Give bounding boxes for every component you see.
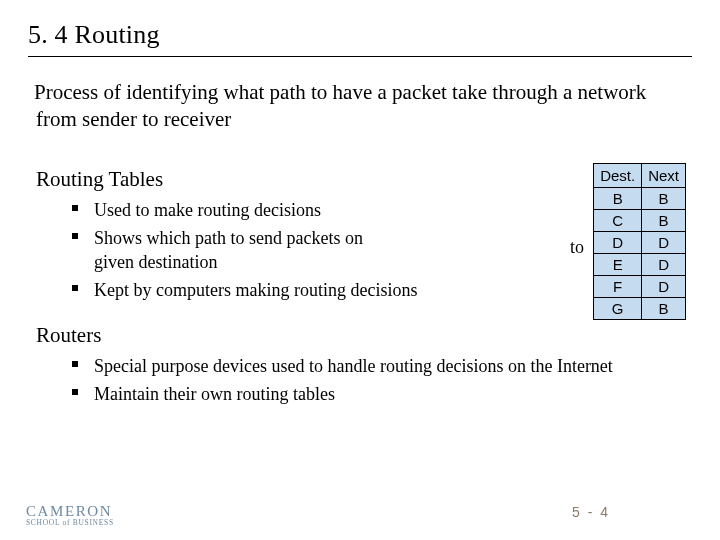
routing-table-wrap: Dest. Next BB CB DD ED FD GB	[593, 163, 686, 320]
logo: CAMERON SCHOOL of BUSINESS	[26, 504, 114, 527]
routing-tables-bullets: Used to make routing decisions Shows whi…	[28, 198, 587, 303]
cell-next: D	[642, 275, 686, 297]
bullet-text: Shows which path to send packets on	[94, 228, 363, 248]
cell-dest: C	[594, 209, 642, 231]
cell-next: B	[642, 297, 686, 319]
table-row: DD	[594, 231, 686, 253]
table-row: FD	[594, 275, 686, 297]
left-column: Routing Tables Used to make routing deci…	[28, 167, 587, 321]
cell-next: D	[642, 253, 686, 275]
list-item: Shows which path to send packets ongiven…	[94, 226, 587, 276]
cell-dest: E	[594, 253, 642, 275]
bullet-text: Used to make routing decisions	[94, 200, 321, 220]
table-row: BB	[594, 187, 686, 209]
list-item: Kept by computers making routing decisio…	[94, 278, 587, 303]
cell-next: D	[642, 231, 686, 253]
logo-line2: SCHOOL of BUSINESS	[26, 519, 114, 527]
cell-next: B	[642, 187, 686, 209]
cell-dest: G	[594, 297, 642, 319]
table-header-row: Dest. Next	[594, 163, 686, 187]
table-row: CB	[594, 209, 686, 231]
slide-title: 5. 4 Routing	[28, 20, 692, 50]
bullet-icon	[72, 205, 78, 211]
intro-paragraph: Process of identifying what path to have…	[28, 79, 692, 133]
bullet-icon	[72, 361, 78, 367]
cell-next: B	[642, 209, 686, 231]
table-row: GB	[594, 297, 686, 319]
bullet-text: Maintain their own routing tables	[94, 384, 335, 404]
table-row: ED	[594, 253, 686, 275]
list-item: Maintain their own routing tables	[94, 382, 692, 407]
routers-bullets: Special purpose devices used to handle r…	[28, 354, 692, 407]
bullet-icon	[72, 285, 78, 291]
bullet-text: Special purpose devices used to handle r…	[94, 356, 613, 376]
content-row: Routing Tables Used to make routing deci…	[28, 167, 692, 321]
col-next: Next	[642, 163, 686, 187]
list-item: Used to make routing decisions	[94, 198, 587, 223]
page-number: 5 - 4	[572, 504, 610, 520]
footer: CAMERON SCHOOL of BUSINESS 5 - 4	[0, 496, 720, 526]
routers-heading: Routers	[28, 323, 692, 348]
bullet-icon	[72, 389, 78, 395]
title-rule	[28, 56, 692, 57]
stray-text: to	[570, 237, 584, 258]
slide: 5. 4 Routing Process of identifying what…	[0, 0, 720, 407]
col-dest: Dest.	[594, 163, 642, 187]
bullet-text: Kept by computers making routing decisio…	[94, 280, 417, 300]
routers-block: Routers Special purpose devices used to …	[28, 323, 692, 407]
cell-dest: D	[594, 231, 642, 253]
routing-table: Dest. Next BB CB DD ED FD GB	[593, 163, 686, 320]
routing-tables-heading: Routing Tables	[28, 167, 587, 192]
cell-dest: B	[594, 187, 642, 209]
bullet-text-cont: given destination	[94, 252, 217, 272]
logo-line1: CAMERON	[26, 504, 114, 519]
cell-dest: F	[594, 275, 642, 297]
list-item: Special purpose devices used to handle r…	[94, 354, 692, 379]
bullet-icon	[72, 233, 78, 239]
